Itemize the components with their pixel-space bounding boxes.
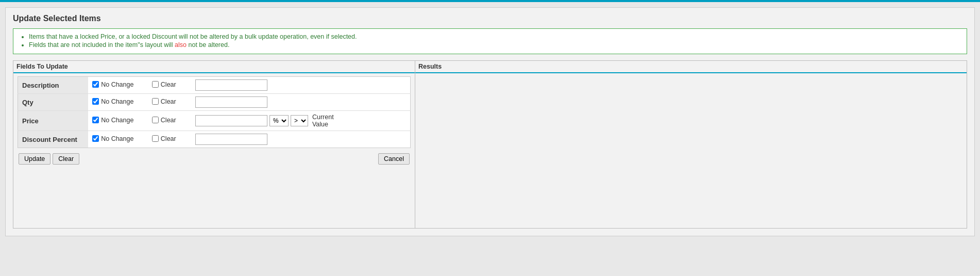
- no-change-cell-description: No Change: [88, 77, 148, 94]
- table-row: Discount Percent No Change: [18, 131, 411, 148]
- description-input[interactable]: [195, 79, 267, 91]
- value-cell-discount: [191, 131, 345, 148]
- no-change-cell-discount: No Change: [88, 131, 148, 148]
- info-box: Items that have a locked Price, or a loc…: [13, 28, 967, 54]
- top-border: [0, 0, 980, 2]
- page-wrapper: Update Selected Items Items that have a …: [0, 0, 980, 276]
- fields-table: Description No Change: [18, 76, 411, 148]
- table-row: Description No Change: [18, 77, 411, 94]
- no-change-checkbox-qty[interactable]: [92, 98, 99, 105]
- field-label-price: Price: [18, 111, 89, 131]
- price-input[interactable]: [195, 115, 267, 126]
- clear-cell-description: Clear: [148, 77, 191, 94]
- table-row: Qty No Change: [18, 94, 411, 111]
- extra-cell-qty: [345, 94, 410, 111]
- fields-section-header: Fields To Update: [13, 61, 415, 73]
- extra-cell-discount: [345, 131, 410, 148]
- clear-checkbox-discount[interactable]: [152, 135, 159, 142]
- actions-left: Update Clear: [19, 153, 79, 165]
- fields-content: Description No Change: [13, 73, 415, 168]
- clear-checkbox-description[interactable]: [152, 81, 159, 88]
- extra-cell-description: [345, 77, 410, 94]
- value-cell-qty: [191, 94, 345, 111]
- no-change-checkbox-description[interactable]: [92, 81, 99, 88]
- page-title: Update Selected Items: [13, 14, 967, 23]
- no-change-cell-price: No Change: [88, 111, 148, 131]
- clear-label-price[interactable]: Clear: [152, 117, 176, 124]
- update-button[interactable]: Update: [19, 153, 50, 165]
- value-cell-description: [191, 77, 345, 94]
- no-change-label-description[interactable]: No Change: [92, 81, 133, 88]
- clear-label-qty[interactable]: Clear: [152, 98, 176, 105]
- price-percent-select[interactable]: %: [269, 115, 289, 126]
- main-panel: Update Selected Items Items that have a …: [5, 7, 975, 236]
- cancel-button[interactable]: Cancel: [378, 153, 410, 165]
- no-change-label-price[interactable]: No Change: [92, 117, 133, 124]
- fields-panel: Fields To Update Description No Cha: [13, 61, 415, 228]
- no-change-checkbox-discount[interactable]: [92, 135, 99, 142]
- extra-cell-price: [345, 111, 410, 131]
- no-change-cell-qty: No Change: [88, 94, 148, 111]
- info-line-1: Items that have a locked Price, or a loc…: [29, 33, 960, 40]
- actions-right: Cancel: [378, 153, 410, 165]
- clear-checkbox-qty[interactable]: [152, 98, 159, 105]
- value-cell-price: % > Current Value: [191, 111, 345, 131]
- clear-label-description[interactable]: Clear: [152, 81, 176, 88]
- no-change-label-qty[interactable]: No Change: [92, 98, 133, 105]
- field-label-discount: Discount Percent: [18, 131, 89, 148]
- clear-cell-price: Clear: [148, 111, 191, 131]
- no-change-label-discount[interactable]: No Change: [92, 135, 133, 142]
- price-gt-select[interactable]: >: [291, 115, 308, 126]
- results-section-header: Results: [415, 61, 967, 73]
- actions-row: Update Clear Cancel: [18, 153, 411, 165]
- field-label-description: Description: [18, 77, 89, 94]
- results-panel: Results: [415, 61, 967, 228]
- clear-cell-qty: Clear: [148, 94, 191, 111]
- field-label-qty: Qty: [18, 94, 89, 111]
- clear-label-discount[interactable]: Clear: [152, 135, 176, 142]
- clear-button[interactable]: Clear: [53, 153, 79, 165]
- clear-checkbox-price[interactable]: [152, 117, 159, 123]
- no-change-checkbox-price[interactable]: [92, 117, 99, 123]
- price-input-group: % > Current Value: [195, 113, 341, 128]
- discount-input[interactable]: [195, 134, 267, 145]
- results-content: [415, 73, 967, 228]
- qty-input[interactable]: [195, 96, 267, 108]
- clear-cell-discount: Clear: [148, 131, 191, 148]
- current-value-text: Current Value: [312, 113, 341, 128]
- info-line-2: Fields that are not included in the item…: [29, 41, 960, 48]
- section-wrapper: Fields To Update Description No Cha: [13, 60, 967, 229]
- table-row: Price No Change: [18, 111, 411, 131]
